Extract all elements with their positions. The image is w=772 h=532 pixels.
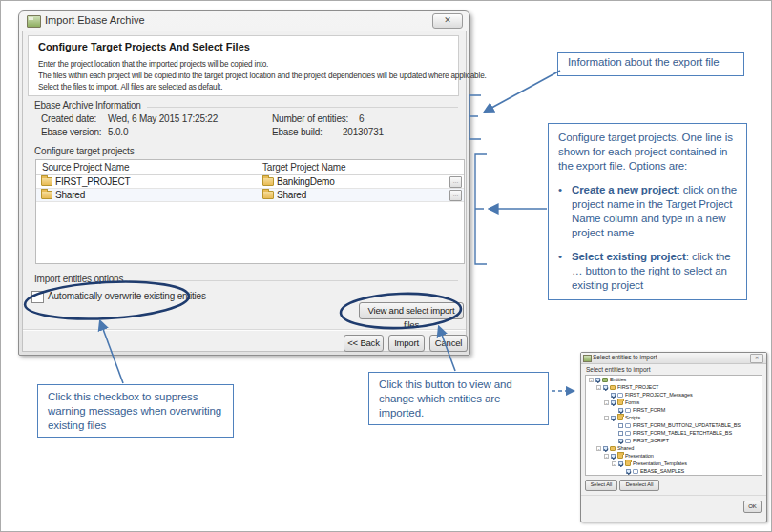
browse-button[interactable]: …: [449, 190, 462, 201]
tree-item[interactable]: -Presentation: [586, 452, 762, 460]
tree-item[interactable]: -Presentation_Templates: [586, 460, 762, 467]
tree-item[interactable]: FIRST_FORM_BUTTON2_UPDATETABLE_BS: [586, 421, 762, 429]
dialog-header-panel: Configure Target Projects And Select Fil…: [28, 35, 459, 96]
folder-icon: [262, 191, 274, 199]
callout-bullet: • Select existing project: click the … b…: [558, 250, 739, 293]
tree-checkbox[interactable]: [626, 469, 631, 474]
mini-dialog-title: Select entities to import: [593, 354, 657, 360]
source-project-name[interactable]: Shared: [55, 190, 85, 200]
overwrite-checkbox[interactable]: [31, 291, 44, 303]
expander-icon[interactable]: -: [612, 461, 616, 466]
callout-configure-projects: Configure target projects. One line is s…: [548, 123, 747, 300]
close-icon[interactable]: ✕: [432, 13, 463, 29]
source-project-name[interactable]: FIRST_PROJECT: [55, 176, 131, 187]
table-row[interactable]: Shared Shared …: [36, 189, 464, 202]
target-projects-group-label: Configure target projects: [34, 146, 135, 156]
callout-text: Click this button to view and change whi…: [379, 379, 512, 419]
tree-item[interactable]: -Entities: [586, 376, 762, 383]
tree-checkbox[interactable]: [618, 439, 623, 443]
tree-item-label: Presentation_Templates: [633, 460, 687, 466]
browse-button[interactable]: …: [449, 176, 462, 188]
tree-checkbox[interactable]: [618, 461, 623, 466]
tree-item[interactable]: -Forms: [586, 399, 762, 406]
view-select-import-files-button[interactable]: View and select import files: [359, 302, 464, 319]
ebase-version-value: 5.0.0: [108, 127, 128, 137]
mini-dialog-label: Select entities to import: [586, 366, 651, 373]
doc-icon: [625, 423, 631, 428]
tree-item-label: FIRST_PROJECT_Messages: [625, 392, 693, 398]
tree-item-label: Presentation: [625, 453, 654, 459]
expander-icon[interactable]: -: [604, 416, 609, 420]
expander-icon[interactable]: -: [604, 454, 609, 459]
folder-icon: [617, 454, 623, 459]
mini-footer-separator: [581, 495, 766, 496]
select-entities-dialog: Select entities to import ✕ Select entit…: [580, 352, 767, 522]
tree-checkbox[interactable]: [611, 454, 616, 459]
dialog-header-line: The files within each project will be co…: [38, 70, 487, 80]
tree-checkbox[interactable]: [618, 423, 623, 428]
num-entities-label: Number of entities:: [272, 113, 348, 124]
tree-item[interactable]: -Shared: [586, 444, 762, 452]
cancel-button[interactable]: Cancel: [429, 335, 468, 352]
target-projects-group-header: Configure target projects: [34, 146, 458, 156]
tree-item[interactable]: FIRST_SCRIPT: [586, 437, 762, 444]
deselect-all-button[interactable]: Deselect All: [619, 480, 659, 491]
tree-checkbox[interactable]: [595, 378, 600, 382]
project-icon: [610, 446, 616, 451]
tree-item-label: FIRST_FORM_TABLE1_FETCHTABLE_BS: [633, 430, 732, 436]
tree-item-label: Shared: [617, 445, 634, 451]
expander-icon[interactable]: -: [604, 400, 609, 405]
folder-icon: [625, 461, 631, 466]
archive-icon: [27, 15, 41, 28]
select-all-button[interactable]: Select All: [585, 480, 617, 491]
tree-checkbox[interactable]: [603, 385, 608, 390]
callout-checkbox-note: Click this checkbox to suppress warning …: [37, 384, 234, 438]
tree-item[interactable]: EBASE_SAMPLES: [586, 467, 762, 475]
dialog-header-line: Select the files to import. All files ar…: [38, 81, 222, 92]
tree-checkbox[interactable]: [618, 431, 623, 436]
page: Import Ebase Archive ✕ Configure Target …: [0, 0, 772, 532]
tree-item[interactable]: FIRST_FORM: [586, 406, 762, 414]
root-icon: [602, 378, 608, 382]
ok-button[interactable]: OK: [743, 501, 762, 513]
table-row[interactable]: FIRST_PROJECT BankingDemo …: [36, 175, 464, 189]
tree-item[interactable]: -FIRST_PROJECT: [586, 383, 762, 391]
tree-checkbox[interactable]: [611, 416, 616, 420]
target-project-name[interactable]: BankingDemo: [277, 176, 335, 187]
tree-item-label: Forms: [625, 399, 639, 405]
tree-item-label: FIRST_PROJECT: [617, 384, 658, 390]
tree-item[interactable]: -Scripts: [586, 414, 762, 421]
entities-options-group-label: Import entities options: [34, 274, 123, 284]
arrow-export-info: [485, 71, 560, 112]
callout-export-info: Information about the export file: [557, 52, 744, 76]
import-ebase-archive-dialog: Import Ebase Archive ✕ Configure Target …: [18, 10, 470, 356]
ebase-version-label: Ebase version:: [41, 127, 101, 137]
mini-dialog-titlebar[interactable]: Select entities to import ✕: [581, 353, 766, 364]
tree-item[interactable]: FIRST_FORM_TABLE1_FETCHTABLE_BS: [586, 429, 762, 437]
tree-checkbox[interactable]: [611, 393, 616, 398]
expander-icon[interactable]: -: [596, 446, 601, 451]
column-header-source[interactable]: Source Project Name: [42, 162, 129, 173]
dialog-titlebar[interactable]: Import Ebase Archive ✕: [19, 11, 469, 31]
tree-item-label: Entities: [610, 377, 626, 382]
tree-item[interactable]: FIRST_PROJECT_Messages: [586, 391, 762, 399]
doc-icon: [625, 431, 631, 436]
doc-icon: [617, 393, 623, 398]
expander-icon[interactable]: -: [596, 385, 601, 390]
tree-item-label: FIRST_FORM: [633, 407, 665, 413]
expander-icon[interactable]: -: [589, 378, 594, 382]
tree-checkbox[interactable]: [618, 408, 623, 413]
folder-icon: [262, 177, 274, 186]
entities-tree: -Entities-FIRST_PROJECTFIRST_PROJECT_Mes…: [585, 375, 762, 476]
close-icon[interactable]: ✕: [750, 354, 763, 363]
tree-checkbox[interactable]: [603, 446, 608, 451]
group-separator: [129, 280, 458, 281]
created-date-label: Created date:: [41, 113, 96, 124]
target-project-name[interactable]: Shared: [277, 190, 306, 200]
column-header-target[interactable]: Target Project Name: [262, 162, 345, 173]
tree-checkbox[interactable]: [611, 400, 616, 405]
import-button[interactable]: Import: [388, 335, 425, 352]
entities-options-group-header: Import entities options: [34, 274, 458, 284]
back-button[interactable]: << Back: [344, 335, 384, 352]
dialog-title: Import Ebase Archive: [45, 14, 145, 26]
